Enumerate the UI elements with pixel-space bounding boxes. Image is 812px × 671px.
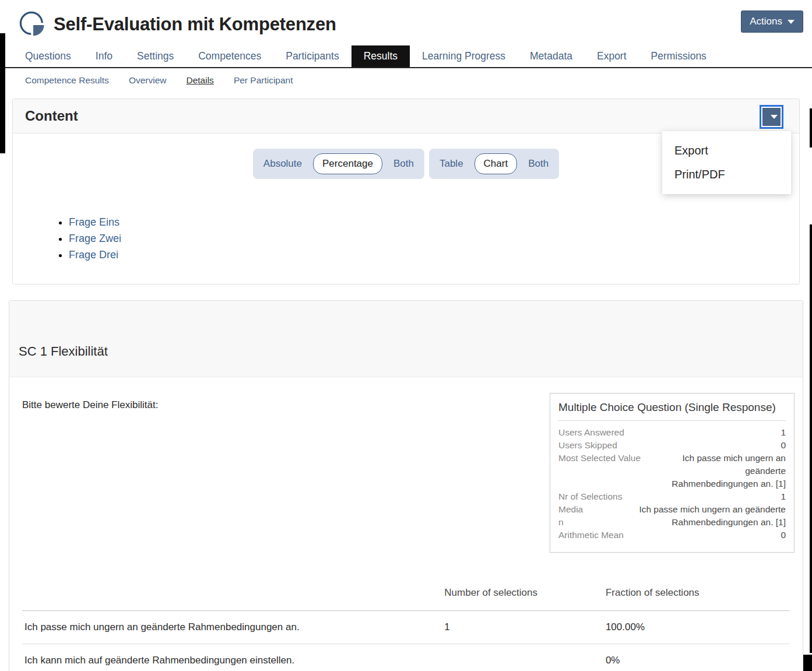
fraction-cell: 0% bbox=[606, 644, 790, 671]
answer-cell: Ich kann mich auf geänderte Rahmenbeding… bbox=[22, 644, 444, 671]
question-link-frage-zwei[interactable]: Frage Zwei bbox=[69, 233, 121, 244]
stats-label: Users Skipped bbox=[558, 439, 617, 452]
toggle-percentage[interactable]: Percentage bbox=[313, 153, 382, 174]
stats-label: Users Answered bbox=[558, 426, 624, 439]
pie-chart-logo-icon bbox=[17, 9, 48, 40]
content-panel-header: Content Export Print/PDF bbox=[13, 99, 799, 134]
answers-table: Number of selections Fraction of selecti… bbox=[22, 581, 790, 671]
question-result-title: SC 1 Flexibilität bbox=[19, 344, 793, 359]
left-edge-bar bbox=[0, 33, 5, 153]
tab-permissions[interactable]: Permissions bbox=[639, 45, 719, 67]
menu-item-print-pdf[interactable]: Print/PDF bbox=[662, 163, 791, 187]
actions-button-label: Actions bbox=[750, 16, 782, 27]
panel-dropdown-button[interactable] bbox=[760, 105, 783, 129]
subtab-per-participant[interactable]: Per Participant bbox=[234, 75, 293, 86]
toggle-table[interactable]: Table bbox=[440, 158, 463, 170]
tab-info[interactable]: Info bbox=[83, 45, 125, 67]
list-item: Frage Drei bbox=[69, 247, 799, 263]
bottom-right-block bbox=[803, 655, 812, 671]
tab-results[interactable]: Results bbox=[351, 45, 410, 67]
stats-label: Nr of Selections bbox=[558, 490, 622, 503]
question-link-list: Frage Eins Frage Zwei Frage Drei bbox=[69, 214, 799, 263]
chevron-down-icon bbox=[771, 115, 778, 119]
table-row: Ich passe mich ungern an geänderte Rahme… bbox=[22, 611, 790, 644]
stats-label: Arithmetic Mean bbox=[558, 529, 624, 542]
table-row: Ich kann mich auf geänderte Rahmenbeding… bbox=[22, 644, 790, 671]
tab-export[interactable]: Export bbox=[585, 45, 639, 67]
tab-metadata[interactable]: Metadata bbox=[518, 45, 585, 67]
stats-value: 0 bbox=[617, 439, 786, 452]
view-mode-toggle-group: Table Chart Both bbox=[429, 149, 559, 179]
question-result-body: Bitte bewerte Deine Flexibilität: Multip… bbox=[9, 377, 803, 671]
question-result-panel: SC 1 Flexibilität Bitte bewerte Deine Fl… bbox=[9, 300, 803, 671]
toggle-chart[interactable]: Chart bbox=[474, 153, 518, 174]
stats-value: Ich passe mich ungern an geänderte Rahme… bbox=[586, 503, 786, 529]
question-result-header: SC 1 Flexibilität bbox=[9, 301, 803, 377]
stats-row: Users Skipped 0 bbox=[558, 439, 786, 452]
toggle-absolute[interactable]: Absolute bbox=[263, 158, 302, 170]
right-edge-line bbox=[810, 224, 812, 653]
tab-questions[interactable]: Questions bbox=[13, 45, 83, 67]
tab-settings[interactable]: Settings bbox=[125, 45, 186, 67]
main-tab-bar: Questions Info Settings Competences Part… bbox=[0, 45, 812, 68]
content-panel-title: Content bbox=[25, 108, 787, 124]
question-link-frage-drei[interactable]: Frage Drei bbox=[69, 249, 118, 261]
stats-row: Users Answered 1 bbox=[558, 426, 786, 439]
sub-tab-bar: Competence Results Overview Details Per … bbox=[0, 75, 812, 86]
question-stats-card: Multiple Choice Question (Single Respons… bbox=[550, 393, 795, 553]
subtab-competence-results[interactable]: Competence Results bbox=[25, 75, 109, 86]
subtab-overview[interactable]: Overview bbox=[129, 75, 167, 86]
count-column-header: Number of selections bbox=[444, 581, 606, 611]
question-link-frage-eins[interactable]: Frage Eins bbox=[69, 216, 119, 228]
right-edge-line-top bbox=[810, 108, 812, 147]
answer-cell: Ich passe mich ungern an geänderte Rahme… bbox=[22, 611, 444, 644]
stats-value: 0 bbox=[624, 529, 786, 542]
list-item: Frage Zwei bbox=[69, 230, 799, 247]
answers-table-header-row: Number of selections Fraction of selecti… bbox=[22, 581, 790, 611]
answer-column-header bbox=[22, 581, 444, 611]
tab-learning-progress[interactable]: Learning Progress bbox=[410, 45, 518, 67]
toggle-both-views[interactable]: Both bbox=[528, 158, 549, 170]
content-panel: Content Export Print/PDF Absolute Percen… bbox=[12, 99, 800, 284]
menu-item-export[interactable]: Export bbox=[662, 139, 791, 163]
tab-competences[interactable]: Competences bbox=[186, 45, 273, 67]
fraction-column-header: Fraction of selections bbox=[606, 581, 790, 611]
count-cell bbox=[444, 644, 606, 671]
chevron-down-icon bbox=[788, 20, 795, 24]
stats-value: 1 bbox=[622, 490, 786, 503]
stats-row: Median Ich passe mich ungern an geändert… bbox=[558, 503, 786, 529]
toggle-both-values[interactable]: Both bbox=[393, 158, 414, 170]
list-item: Frage Eins bbox=[69, 214, 799, 230]
stats-value: 1 bbox=[624, 426, 786, 439]
tab-participants[interactable]: Participants bbox=[273, 45, 351, 67]
stats-row: Nr of Selections 1 bbox=[558, 490, 786, 503]
stats-card-title: Multiple Choice Question (Single Respons… bbox=[558, 401, 786, 421]
stats-value: Ich passe mich ungern an geänderte Rahme… bbox=[662, 452, 786, 490]
subtab-details[interactable]: Details bbox=[186, 75, 213, 86]
panel-dropdown-menu: Export Print/PDF bbox=[662, 131, 791, 194]
stats-label: Median bbox=[558, 503, 586, 529]
stats-label: Most Selected Value bbox=[558, 452, 658, 490]
actions-button[interactable]: Actions bbox=[741, 10, 803, 33]
stats-row: Most Selected Value Ich passe mich unger… bbox=[558, 452, 786, 490]
panel-dropdown-button-face bbox=[762, 108, 781, 126]
count-cell: 1 bbox=[444, 611, 606, 644]
page-title: Self-Evaluation mit Kompetenzen bbox=[54, 14, 336, 35]
fraction-cell: 100.00% bbox=[606, 611, 790, 644]
stats-row: Arithmetic Mean 0 bbox=[558, 529, 786, 542]
app-header: Self-Evaluation mit Kompetenzen Actions bbox=[0, 0, 812, 43]
value-mode-toggle-group: Absolute Percentage Both bbox=[253, 149, 424, 179]
